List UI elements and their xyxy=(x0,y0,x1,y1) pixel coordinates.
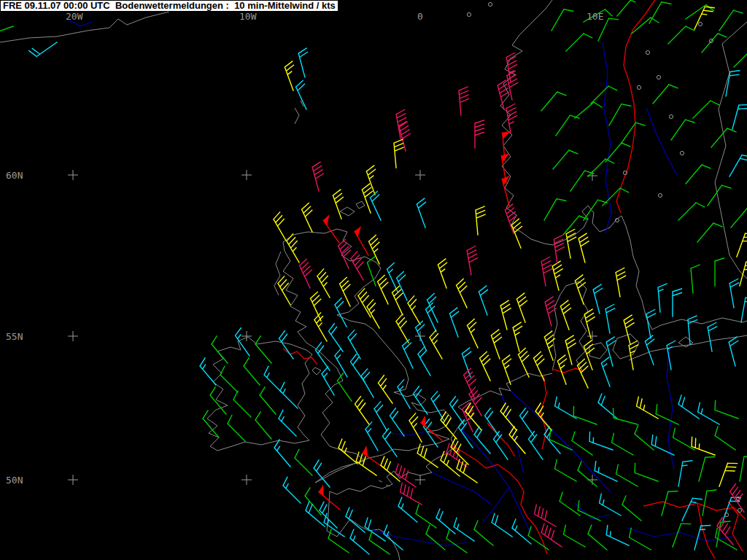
title-bar: FRE 09.11.07 00:00 UTC Bodenwettermeldun… xyxy=(0,0,338,12)
title-text: FRE 09.11.07 00:00 UTC Bodenwettermeldun… xyxy=(3,0,336,11)
svg-text:60N: 60N xyxy=(6,170,23,181)
wind-barbs xyxy=(0,0,747,554)
svg-text:10E: 10E xyxy=(587,11,603,22)
latlon-grid xyxy=(68,170,597,485)
svg-text:55N: 55N xyxy=(6,331,23,342)
svg-text:20W: 20W xyxy=(66,11,83,22)
weather-map-canvas: 20W10W010E60N55N50N xyxy=(0,0,747,560)
svg-text:10W: 10W xyxy=(239,11,257,22)
svg-text:50N: 50N xyxy=(6,475,23,486)
weather-map-screen: 20W10W010E60N55N50N FRE 09.11.07 00:00 U… xyxy=(0,0,747,560)
country-borders xyxy=(283,0,746,559)
svg-text:0: 0 xyxy=(417,11,423,22)
grid-labels: 20W10W010E60N55N50N xyxy=(6,11,603,486)
